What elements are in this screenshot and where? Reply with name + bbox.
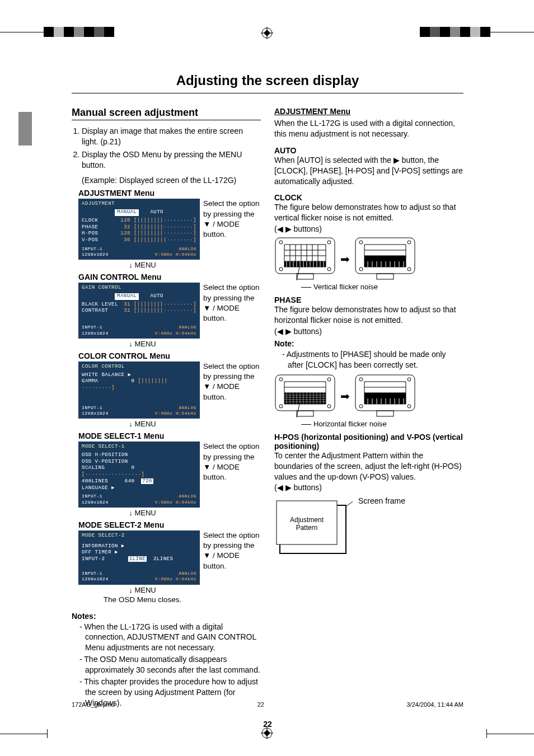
- svg-point-56: [327, 378, 331, 381]
- clock-buttons: (◀ ▶ buttons): [274, 224, 463, 233]
- footer-date: 3/24/2004, 11:44 AM: [406, 701, 463, 708]
- svg-point-83: [359, 378, 363, 381]
- side-tab: [18, 112, 32, 145]
- monitor-clean-icon: [354, 374, 416, 419]
- right-column: ADJUSTMENT Menu When the LL-172G is used…: [274, 107, 463, 710]
- svg-point-57: [279, 405, 283, 408]
- menu-arrow: ↓ MENU: [78, 420, 207, 428]
- side-text: Select the option by pressing the ▼ / MO…: [203, 530, 261, 571]
- registration-mark-bottom: [261, 727, 273, 739]
- side-text: Select the option by pressing the ▼ / MO…: [203, 283, 261, 323]
- example-text: (Example: Displayed screen of the LL-172…: [82, 175, 261, 186]
- menu-arrow: ↓ MENU: [78, 261, 207, 269]
- page-title: Adjusting the screen display: [72, 73, 463, 93]
- svg-point-6: [279, 267, 283, 271]
- svg-point-55: [279, 378, 283, 381]
- phase-buttons: (◀ ▶ buttons): [274, 327, 463, 336]
- step-2: Display the OSD Menu by pressing the MEN…: [82, 149, 261, 171]
- footer-filename: 172AG_gb.pmd: [72, 701, 115, 708]
- pattern-label: Adjustment: [290, 516, 324, 524]
- section-heading: Manual screen adjustment: [72, 107, 261, 120]
- svg-point-4: [279, 241, 283, 244]
- clock-diagram: ➡: [274, 237, 463, 281]
- hpos-text: To center the Adjustment Pattern within …: [274, 450, 463, 482]
- svg-point-34: [359, 241, 363, 244]
- frame-diagram: Adjustment Pattern Screen frame: [274, 495, 463, 557]
- osd-adjustment: ADJUSTMENT MANUALAUTO CLOCK128 [||||||||…: [78, 199, 200, 260]
- svg-rect-53: [377, 274, 394, 279]
- monitor-clean-icon: [354, 237, 416, 281]
- auto-text: When [AUTO] is selected with the ▶ butto…: [274, 155, 463, 187]
- svg-text:Pattern: Pattern: [296, 524, 318, 532]
- svg-rect-80: [297, 411, 313, 416]
- left-column: Manual screen adjustment Display an imag…: [72, 107, 261, 710]
- menu-arrow: ↓ MENU: [78, 340, 207, 348]
- osd-close-text: The OSD Menu closes.: [78, 595, 207, 604]
- footer-page: 22: [257, 701, 264, 708]
- svg-rect-63: [284, 393, 326, 404]
- print-footer: 172AG_gb.pmd 22 3/24/2004, 11:44 AM: [72, 701, 463, 708]
- svg-point-35: [407, 241, 411, 244]
- screen-frame-icon: Adjustment Pattern: [274, 495, 353, 557]
- phase-caption: Horizontal flicker noise: [301, 420, 463, 428]
- monitor-noise-icon: [274, 374, 336, 419]
- hpos-buttons: (◀ ▶ buttons): [274, 483, 463, 492]
- svg-point-85: [359, 405, 363, 408]
- svg-point-36: [359, 267, 363, 271]
- svg-point-84: [407, 378, 411, 381]
- steps-list: Display an image that makes the entire s…: [72, 126, 261, 171]
- svg-point-7: [327, 267, 331, 271]
- phase-note-item: Adjustments to [PHASE] should be made on…: [282, 349, 463, 370]
- svg-point-58: [327, 405, 331, 408]
- arrow-right-icon: ➡: [340, 389, 350, 403]
- phase-text: The figure below demonstrates how to adj…: [274, 304, 463, 326]
- notes-list: When the LL-172G is used with a digital …: [72, 622, 261, 708]
- svg-rect-43: [364, 261, 406, 267]
- side-text: Select the option by pressing the ▼ / MO…: [203, 442, 261, 482]
- notes-heading: Notes:: [72, 612, 261, 621]
- svg-point-37: [407, 267, 411, 271]
- menu-arrow: ↓ MENU: [78, 586, 207, 594]
- phase-diagram: ➡: [274, 374, 463, 419]
- clock-caption: Vertical flicker noise: [301, 283, 463, 291]
- svg-rect-31: [297, 274, 313, 279]
- menu-label-adjustment: ADJUSTMENT Menu: [78, 189, 261, 198]
- phase-note-heading: Note:: [274, 339, 463, 348]
- menu-label-gain: GAIN CONTROL Menu: [78, 273, 261, 281]
- svg-rect-42: [364, 256, 406, 261]
- clock-text: The figure below demonstrates how to adj…: [274, 202, 463, 223]
- hpos-heading: H-POS (horizontal positioning) and V-POS…: [274, 433, 463, 450]
- osd-color: COLOR CONTROL WHITE BALANCE ▶ GAMMA 0 [|…: [78, 361, 200, 419]
- side-text: Select the option by pressing the ▼ / MO…: [203, 199, 261, 240]
- menu-arrow: ↓ MENU: [78, 509, 207, 517]
- menu-label-mode1: MODE SELECT-1 Menu: [78, 431, 261, 440]
- osd-mode1: MODE SELECT-1 OSD H-POSITION OSD V-POSIT…: [78, 442, 200, 508]
- svg-point-5: [327, 241, 331, 244]
- svg-rect-101: [377, 411, 394, 416]
- menu-label-color: COLOR CONTROL Menu: [78, 351, 261, 360]
- svg-point-86: [407, 405, 411, 408]
- side-text: Select the option by pressing the ▼ / MO…: [203, 361, 261, 402]
- auto-heading: AUTO: [274, 146, 463, 155]
- osd-gain: GAIN CONTROL MANUALAUTO BLACK LEVEL31 [|…: [78, 283, 200, 339]
- note-item: The OSD Menu automatically disappears ap…: [79, 654, 261, 675]
- phase-note-list: Adjustments to [PHASE] should be made on…: [274, 349, 463, 370]
- clock-heading: CLOCK: [274, 193, 463, 202]
- frame-label: Screen frame: [358, 495, 405, 505]
- osd-mode2: MODE SELECT-2 INFORMATION ▶ OFF TIMER ▶ …: [78, 530, 200, 585]
- menu-label-mode2: MODE SELECT-2 Menu: [78, 520, 261, 529]
- adjustment-menu-text: When the LL-172G is used with a digital …: [274, 118, 463, 139]
- svg-line-105: [346, 500, 353, 506]
- svg-rect-18: [284, 261, 326, 267]
- note-item: When the LL-172G is used with a digital …: [79, 622, 261, 654]
- registration-mark-top: [261, 27, 273, 42]
- adjustment-menu-heading: ADJUSTMENT Menu: [274, 107, 463, 116]
- phase-heading: PHASE: [274, 295, 463, 304]
- arrow-right-icon: ➡: [340, 252, 350, 266]
- svg-rect-91: [364, 393, 406, 404]
- step-1: Display an image that makes the entire s…: [82, 126, 261, 147]
- monitor-noise-icon: [274, 237, 336, 281]
